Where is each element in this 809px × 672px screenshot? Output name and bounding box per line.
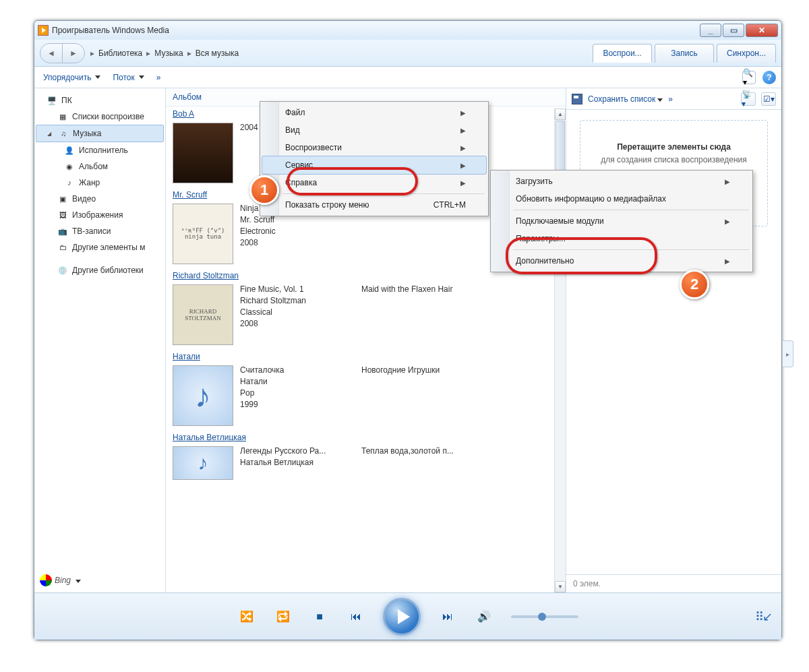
menu-separator bbox=[513, 210, 749, 210]
album-genre: Pop bbox=[240, 388, 355, 398]
search-button[interactable]: 🔍▾ bbox=[742, 71, 756, 84]
bing-search[interactable]: Bing bbox=[40, 574, 81, 586]
toolbar-more[interactable]: » bbox=[668, 94, 673, 104]
save-list-button[interactable]: Сохранить список bbox=[588, 94, 663, 104]
album-performer: Mr. Scruff bbox=[240, 215, 355, 224]
menu-play[interactable]: Воспроизвести▶ bbox=[262, 139, 486, 156]
window-title: Проигрыватель Windows Media bbox=[52, 26, 700, 35]
mute-button[interactable]: 🔊 bbox=[475, 607, 493, 626]
artist-icon: 👤 bbox=[64, 145, 75, 156]
menu-download[interactable]: Загрузить▶ bbox=[493, 173, 750, 190]
scroll-up-button[interactable]: ▲ bbox=[555, 109, 566, 120]
annotation-ring-2 bbox=[506, 237, 657, 274]
play-button[interactable] bbox=[383, 598, 421, 636]
toolbar-more[interactable]: » bbox=[153, 71, 164, 84]
album-art: ♪ bbox=[173, 365, 233, 426]
album-year: 1999 bbox=[240, 400, 355, 409]
album-row[interactable]: ♪ Легенды Русского Ра... Наталья Ветлицк… bbox=[166, 442, 566, 484]
sidebar-artist[interactable]: 👤Исполнитель bbox=[34, 142, 165, 158]
tab-sync[interactable]: Синхрон... bbox=[717, 44, 776, 63]
menu-refresh-media[interactable]: Обновить информацию о медиафайлах bbox=[493, 190, 750, 208]
repeat-button[interactable]: 🔁 bbox=[274, 607, 293, 626]
track-name[interactable]: Теплая вода,золотой п... bbox=[361, 446, 559, 456]
crumb-all-music[interactable]: Вся музыка bbox=[196, 49, 239, 58]
options-button[interactable]: ☑▾ bbox=[761, 92, 776, 106]
music-icon: ♫ bbox=[58, 128, 69, 139]
album-art: RICHARD STOLTZMAN bbox=[173, 284, 233, 345]
sidebar-video[interactable]: ▣Видео bbox=[34, 191, 165, 207]
nav-back-button[interactable]: ◄ bbox=[40, 43, 63, 63]
play-icon bbox=[398, 609, 410, 624]
navigation-bar: ◄ ► ▸Библиотека ▸Музыка ▸Вся музыка Восп… bbox=[34, 40, 781, 67]
sidebar-playlists[interactable]: ▦Списки воспроизве bbox=[34, 109, 165, 125]
music-note-icon: ♪ bbox=[195, 377, 211, 415]
album-performer: Наталья Ветлицкая bbox=[240, 458, 355, 467]
sidebar-tv[interactable]: 📺ТВ-записи bbox=[34, 223, 165, 239]
annotation-badge-1: 1 bbox=[249, 175, 279, 205]
sidebar-pc[interactable]: 🖥️ПК bbox=[34, 92, 165, 109]
next-button[interactable]: ⏭ bbox=[438, 607, 457, 626]
pc-icon: 🖥️ bbox=[47, 95, 57, 106]
share-button[interactable]: 📡▾ bbox=[741, 92, 756, 106]
crumb-music[interactable]: Музыка bbox=[154, 49, 183, 58]
scroll-down-button[interactable]: ▼ bbox=[555, 581, 566, 592]
save-icon bbox=[572, 94, 582, 104]
submenu-arrow-icon: ▶ bbox=[725, 257, 730, 265]
menu-file[interactable]: Файл▶ bbox=[262, 104, 486, 121]
stop-button[interactable]: ■ bbox=[310, 607, 329, 626]
submenu-arrow-icon: ▶ bbox=[460, 179, 466, 187]
expand-pane-button[interactable]: ▸ bbox=[783, 340, 793, 367]
player-controls: Bing 🔀 🔁 ■ ⏮ ⏭ 🔊 ⠿↙ bbox=[34, 592, 781, 640]
playlist-icon: ▦ bbox=[57, 111, 68, 122]
track-name[interactable]: Maid with the Flaxen Hair bbox=[361, 284, 559, 294]
menu-view[interactable]: Вид▶ bbox=[262, 121, 486, 139]
app-icon bbox=[38, 25, 49, 36]
chevron-down-icon bbox=[73, 576, 81, 585]
organize-menu[interactable]: Упорядочить bbox=[40, 71, 104, 84]
switch-view-button[interactable]: ⠿↙ bbox=[755, 609, 771, 624]
submenu-arrow-icon: ▶ bbox=[725, 218, 730, 225]
minimize-button[interactable]: _ bbox=[700, 24, 721, 37]
artist-link[interactable]: Натали bbox=[166, 349, 566, 361]
tab-playback[interactable]: Воспрои... bbox=[593, 44, 652, 63]
video-icon: ▣ bbox=[57, 193, 68, 204]
shuffle-button[interactable]: 🔀 bbox=[237, 607, 256, 626]
submenu-arrow-icon: ▶ bbox=[460, 162, 466, 169]
folder-icon: 🗀 bbox=[57, 242, 68, 253]
menu-show-menubar[interactable]: Показать строку менюCTRL+M bbox=[262, 196, 486, 214]
drop-subtitle: для создания списка воспроизведения bbox=[587, 154, 760, 166]
stream-menu[interactable]: Поток bbox=[109, 71, 147, 84]
album-art: ˢᶜʀᵁFF (°v°) ninja tuna bbox=[173, 204, 233, 264]
album-art: ♪ bbox=[173, 446, 233, 480]
album-title: Fine Music, Vol. 1 bbox=[240, 284, 355, 294]
album-year: 2008 bbox=[240, 319, 355, 328]
artist-link[interactable]: Наталья Ветлицкая bbox=[166, 430, 566, 442]
track-name[interactable]: Новогодние Игрушки bbox=[361, 365, 559, 375]
crumb-library[interactable]: Библиотека bbox=[98, 49, 142, 58]
sidebar-genre[interactable]: ♪Жанр bbox=[34, 175, 165, 191]
main-toolbar: Упорядочить Поток » 🔍▾ ? bbox=[34, 67, 781, 88]
close-button[interactable]: ✕ bbox=[746, 24, 778, 37]
sidebar-music[interactable]: ◢♫Музыка bbox=[36, 125, 164, 142]
context-menu-main: Файл▶ Вид▶ Воспроизвести▶ Сервис▶ Справк… bbox=[260, 101, 489, 216]
submenu-arrow-icon: ▶ bbox=[460, 144, 466, 152]
sidebar-other-elements[interactable]: 🗀Другие элементы м bbox=[34, 239, 165, 255]
breadcrumb[interactable]: ▸Библиотека ▸Музыка ▸Вся музыка bbox=[90, 49, 239, 58]
menu-plugins[interactable]: Подключаемые модули▶ bbox=[493, 212, 750, 230]
annotation-badge-2: 2 bbox=[680, 270, 709, 299]
submenu-arrow-icon: ▶ bbox=[460, 109, 466, 117]
album-row[interactable]: RICHARD STOLTZMAN Fine Music, Vol. 1 Ric… bbox=[166, 280, 566, 349]
volume-slider[interactable] bbox=[511, 615, 578, 618]
nav-forward-button[interactable]: ► bbox=[62, 43, 85, 63]
prev-button[interactable]: ⏮ bbox=[347, 607, 365, 626]
album-row[interactable]: ♪ Считалочка Натали Pop 1999 Новогодние … bbox=[166, 361, 566, 430]
sidebar-album[interactable]: ◉Альбом bbox=[34, 158, 165, 175]
sidebar-images[interactable]: 🖼Изображения bbox=[34, 207, 165, 223]
album-genre: Electronic bbox=[240, 226, 355, 236]
sidebar-other-libraries[interactable]: 💿Другие библиотеки bbox=[34, 262, 165, 278]
help-button[interactable]: ? bbox=[762, 71, 776, 84]
tv-icon: 📺 bbox=[57, 226, 68, 237]
album-title: Легенды Русского Ра... bbox=[240, 446, 355, 456]
tab-record[interactable]: Запись bbox=[655, 44, 714, 63]
maximize-button[interactable]: ▭ bbox=[723, 24, 744, 37]
